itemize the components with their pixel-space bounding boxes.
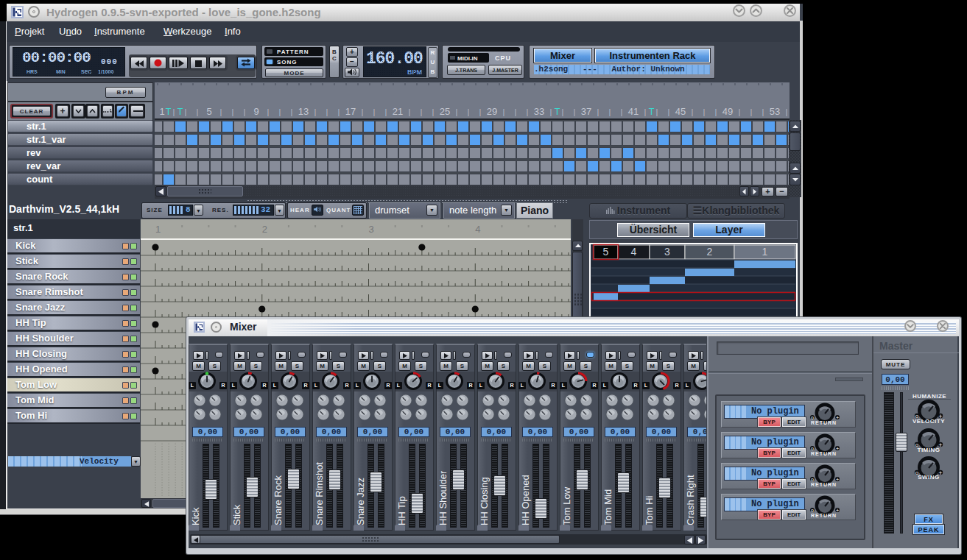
svg-text:17: 17 (345, 106, 356, 117)
svg-text:o: o (811, 446, 814, 451)
svg-text:|: | (279, 107, 281, 116)
svg-text:2: 2 (707, 246, 713, 258)
svg-text:|: | (739, 107, 741, 116)
svg-text:9: 9 (253, 106, 259, 117)
svg-text:|: | (515, 107, 517, 116)
svg-text:1: 1 (762, 246, 768, 258)
svg-text:|: | (244, 107, 246, 116)
svg-text:|: | (621, 107, 623, 116)
svg-text:|: | (750, 107, 753, 116)
svg-text:|: | (703, 107, 706, 116)
svg-text:|: | (421, 107, 423, 116)
svg-text:|: | (338, 107, 340, 116)
svg-text:37: 37 (581, 106, 591, 117)
svg-text:|: | (550, 107, 552, 116)
svg-text:|: | (468, 107, 470, 116)
svg-text:21: 21 (393, 106, 403, 117)
svg-text:|: | (715, 107, 717, 116)
svg-text:|: | (173, 107, 175, 116)
svg-text:53: 53 (770, 106, 780, 117)
svg-text:|: | (409, 107, 411, 116)
svg-text:1: 1 (155, 224, 161, 235)
svg-text:|: | (668, 107, 670, 116)
svg-text:49: 49 (722, 106, 733, 117)
svg-text:13: 13 (298, 106, 309, 117)
svg-text:|: | (291, 107, 293, 116)
svg-text:5: 5 (206, 106, 211, 117)
svg-text:3: 3 (664, 246, 670, 258)
svg-text:2: 2 (262, 224, 267, 235)
svg-text:o: o (811, 508, 814, 513)
svg-text:|: | (232, 107, 234, 116)
svg-text:4: 4 (631, 246, 637, 258)
svg-text:T: T (166, 107, 172, 117)
svg-text:1: 1 (159, 106, 164, 117)
svg-text:33: 33 (534, 106, 544, 117)
svg-text:|: | (786, 107, 788, 116)
svg-text:45: 45 (675, 106, 686, 117)
svg-text:25: 25 (440, 106, 450, 117)
svg-text:o: o (811, 477, 814, 482)
svg-text:|: | (762, 107, 764, 116)
svg-text:|: | (456, 107, 458, 116)
svg-text:|: | (326, 107, 328, 116)
svg-text:41: 41 (628, 106, 639, 117)
svg-text:|: | (314, 107, 317, 116)
svg-text:o: o (811, 415, 814, 420)
svg-text:29: 29 (487, 106, 497, 117)
svg-text:4: 4 (475, 224, 480, 235)
svg-text:|: | (479, 107, 482, 116)
svg-text:|: | (385, 107, 387, 116)
svg-text:T: T (555, 107, 560, 117)
svg-text:5: 5 (603, 246, 609, 258)
svg-text:3: 3 (369, 224, 374, 235)
svg-text:|: | (527, 107, 529, 116)
svg-text:|: | (574, 107, 576, 116)
svg-text:|: | (185, 107, 187, 116)
svg-text:T: T (649, 107, 655, 117)
svg-text:|: | (373, 107, 376, 116)
svg-text:|: | (267, 107, 270, 116)
svg-text:|: | (362, 107, 364, 116)
svg-text:|: | (562, 107, 564, 116)
svg-text:|: | (656, 107, 658, 116)
svg-text:|: | (644, 107, 647, 116)
svg-text:|: | (503, 107, 505, 116)
svg-text:|: | (609, 107, 611, 116)
svg-text:|: | (597, 107, 599, 116)
svg-text:|: | (432, 107, 435, 116)
svg-text:|: | (197, 107, 199, 116)
svg-text:T: T (177, 107, 183, 117)
svg-text:|: | (220, 107, 222, 116)
svg-text:|: | (692, 107, 694, 116)
